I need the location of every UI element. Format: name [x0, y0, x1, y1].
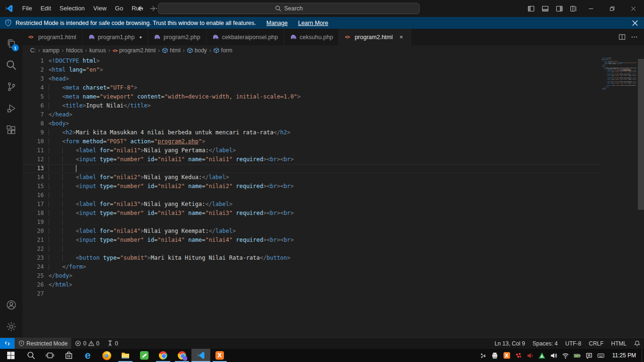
activity-search[interactable] — [0, 54, 23, 76]
line-number: 2 — [23, 66, 44, 74]
code-line: 7</head> — [23, 110, 602, 119]
line-number: 22 — [23, 245, 44, 254]
tray-audio-driver[interactable] — [525, 349, 536, 362]
activity-account[interactable] — [0, 294, 23, 316]
breadcrumb-htdocs[interactable]: htdocs — [66, 47, 83, 54]
tray-volume[interactable] — [548, 349, 560, 362]
line-number: 4 — [23, 83, 44, 92]
taskbar-edge[interactable]: e — [78, 349, 97, 362]
menu-selection[interactable]: Selection — [55, 2, 89, 15]
activity-run-and-debug[interactable] — [0, 98, 23, 119]
restore-button[interactable] — [602, 0, 623, 17]
tab-cekbateraiponsel.php[interactable]: cekbateraiponsel.php — [206, 29, 284, 45]
layout-grid-icon[interactable] — [566, 0, 580, 17]
close-button[interactable] — [623, 0, 644, 17]
minimize-button[interactable] — [580, 0, 602, 17]
back-icon[interactable] — [136, 4, 144, 13]
ports-status[interactable]: 0 — [103, 338, 122, 349]
show-desktop-button[interactable] — [642, 349, 644, 362]
tab-ceksuhu.php[interactable]: ceksuhu.php — [284, 29, 339, 45]
tab-program2.php[interactable]: program2.php — [148, 29, 206, 45]
status-encoding[interactable]: UTF-8 — [561, 338, 585, 349]
layout-panel-icon[interactable] — [538, 0, 552, 17]
code-line: 6 <title>Input Nilai</title> — [23, 101, 602, 110]
code-editor[interactable]: 1<!DOCTYPE html>2<html lang="en">3<head>… — [23, 56, 644, 337]
taskbar-apps: eX — [0, 349, 229, 362]
taskbar-xampp[interactable]: X — [210, 349, 229, 362]
learn-more-link[interactable]: Learn More — [298, 20, 328, 26]
tray-misc[interactable] — [478, 349, 489, 362]
taskbar-taskbar-search[interactable] — [22, 349, 41, 362]
tray-smadav[interactable] — [537, 349, 548, 362]
taskbar-task-view[interactable] — [41, 349, 59, 362]
taskbar-vscode[interactable] — [191, 349, 210, 362]
layout-sidebar-icon[interactable] — [524, 0, 538, 17]
minimap[interactable]: <!DOCTYPE html><html lang="en"><head> <m… — [602, 58, 636, 92]
tray-action-center[interactable] — [584, 349, 595, 362]
taskbar-file-explorer[interactable] — [116, 349, 135, 362]
command-center-search[interactable]: Search — [158, 3, 420, 14]
problems-status[interactable]: 0 0 — [71, 338, 103, 349]
taskbar-chrome-profile[interactable] — [173, 349, 191, 362]
line-number: 15 — [23, 182, 44, 191]
activity-extensions[interactable] — [0, 119, 23, 141]
taskbar-clock[interactable]: 11:25 PM — [609, 349, 642, 362]
restricted-mode-status[interactable]: Restricted Mode — [15, 338, 71, 349]
breadcrumb-xampp[interactable]: xampp — [42, 47, 59, 54]
breadcrumb-C[interactable]: C: — [30, 47, 36, 54]
tab-program1.php[interactable]: program1.php● — [83, 29, 148, 45]
line-content: </head> — [49, 110, 73, 119]
breadcrumb-program2html[interactable]: <>program2.html — [113, 47, 156, 54]
breadcrumb-body[interactable]: body — [187, 47, 207, 54]
line-number: 25 — [23, 272, 44, 280]
forward-icon[interactable] — [149, 4, 157, 13]
tab-program1.html[interactable]: <>program1.html — [23, 29, 83, 45]
notifications-bell[interactable] — [630, 338, 644, 349]
taskbar-chrome[interactable] — [154, 349, 173, 362]
editor-scrollbar[interactable] — [638, 59, 644, 210]
banner-close-icon[interactable] — [632, 20, 638, 26]
tray-printer[interactable] — [489, 349, 501, 362]
tab-close-icon[interactable]: × — [397, 33, 405, 41]
menu-go[interactable]: Go — [111, 2, 127, 15]
breadcrumb-kursus[interactable]: kursus — [89, 47, 106, 54]
chevron-right-icon: › — [38, 47, 40, 54]
status-eol-sequence[interactable]: CRLF — [585, 338, 607, 349]
taskbar-start-button[interactable] — [0, 349, 22, 362]
activity-source-control[interactable] — [0, 76, 23, 98]
status-language-mode[interactable]: HTML — [607, 338, 630, 349]
remote-indicator[interactable] — [0, 338, 15, 349]
code-line: 11 <label for="nilai1">Nilai yang Pertam… — [23, 146, 602, 155]
manage-link[interactable]: Manage — [266, 20, 288, 26]
code-line: 25</body> — [23, 272, 602, 280]
menu-file[interactable]: File — [18, 2, 36, 15]
taskbar-notepad[interactable] — [135, 349, 154, 362]
activity-explorer[interactable]: 1 — [0, 33, 23, 54]
tray-wifi[interactable] — [560, 349, 571, 362]
modified-dot-icon: ● — [139, 35, 141, 40]
status-label: HTML — [611, 340, 627, 347]
taskbar-microsoft-store[interactable] — [59, 349, 78, 362]
php-icon — [290, 33, 297, 41]
status-label: Ln 13, Col 9 — [495, 340, 525, 347]
status-indentation[interactable]: Spaces: 4 — [529, 338, 561, 349]
line-content: <input type="number" id="nilai4" name="n… — [602, 82, 636, 84]
more-actions-icon[interactable] — [629, 32, 639, 42]
activity-settings[interactable] — [0, 316, 23, 337]
status-cursor-position[interactable]: Ln 13, Col 9 — [491, 338, 529, 349]
split-editor-icon[interactable] — [617, 32, 627, 42]
tray-touch-keyboard[interactable] — [595, 349, 607, 362]
layout-sidebar-right-icon[interactable] — [552, 0, 566, 17]
minimap-line: <input type="number" id="nilai1" name="n… — [602, 72, 636, 73]
taskbar-firefox[interactable] — [97, 349, 116, 362]
tab-program2.html[interactable]: <>program2.html× — [339, 29, 411, 45]
tray-xampp[interactable]: X — [501, 349, 512, 362]
banner-message: Restricted Mode is intended for safe cod… — [16, 20, 256, 26]
menu-edit[interactable]: Edit — [36, 2, 55, 15]
breadcrumb-html[interactable]: html — [162, 47, 181, 54]
editor-actions — [411, 29, 644, 45]
tray-app-red[interactable] — [513, 349, 524, 362]
tray-battery[interactable] — [572, 349, 583, 362]
breadcrumb-form[interactable]: form — [214, 47, 232, 54]
menu-view[interactable]: View — [89, 2, 111, 15]
